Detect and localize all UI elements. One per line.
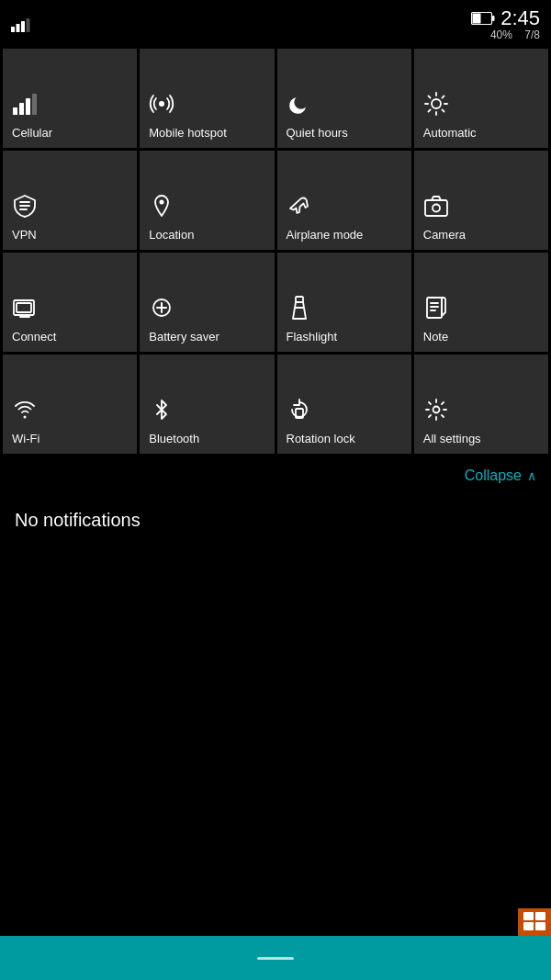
wifi-icon xyxy=(12,397,128,426)
collapse-button[interactable]: Collapse ∧ xyxy=(465,467,536,484)
tiles-grid: Cellular Mobile hotspot Quiet hours Auto… xyxy=(0,46,551,456)
tile-note[interactable]: Note xyxy=(414,253,548,352)
svg-rect-0 xyxy=(11,27,15,32)
status-time: 2:45 xyxy=(500,8,540,28)
hotspot-icon xyxy=(149,91,264,120)
svg-point-26 xyxy=(433,205,440,212)
rotation-icon xyxy=(287,397,402,426)
tile-mobile-hotspot[interactable]: Mobile hotspot xyxy=(140,49,274,148)
svg-rect-41 xyxy=(523,912,534,920)
tile-cellular[interactable]: Cellular xyxy=(3,49,137,148)
tile-flashlight[interactable]: Flashlight xyxy=(277,253,411,352)
tile-rotation-lock[interactable]: Rotation lock xyxy=(277,355,411,454)
tile-battery-saver[interactable]: Battery saver xyxy=(140,253,274,352)
tile-camera[interactable]: Camera xyxy=(414,151,548,250)
tile-label-rotation-lock: Rotation lock xyxy=(287,432,402,446)
svg-line-17 xyxy=(428,96,430,98)
watermark xyxy=(518,908,551,936)
svg-point-40 xyxy=(433,407,439,413)
svg-line-20 xyxy=(442,96,444,98)
status-bar: 2:45 40% 7/8 xyxy=(0,0,551,46)
vpn-icon xyxy=(12,193,128,222)
signal-icon xyxy=(11,17,31,32)
flashlight-icon xyxy=(287,295,402,324)
battery-icon xyxy=(471,12,495,25)
airplane-icon xyxy=(287,193,402,222)
tile-label-camera: Camera xyxy=(423,228,539,242)
tile-label-flashlight: Flashlight xyxy=(287,330,402,344)
collapse-label: Collapse xyxy=(465,467,522,484)
tile-label-airplane-mode: Airplane mode xyxy=(287,228,402,242)
svg-rect-25 xyxy=(425,200,447,216)
no-notifications-label: No notifications xyxy=(15,510,141,530)
svg-rect-43 xyxy=(523,922,534,930)
cellular-icon xyxy=(12,91,128,120)
tile-label-vpn: VPN xyxy=(12,228,128,242)
tile-location[interactable]: Location xyxy=(140,151,274,250)
svg-rect-2 xyxy=(21,21,25,32)
notifications-area: No notifications xyxy=(0,495,551,546)
svg-rect-7 xyxy=(13,107,17,115)
svg-rect-3 xyxy=(27,18,30,32)
svg-rect-10 xyxy=(32,94,37,115)
tile-label-automatic: Automatic xyxy=(423,126,539,141)
collapse-row: Collapse ∧ xyxy=(0,456,551,495)
tile-quiet-hours[interactable]: Quiet hours xyxy=(277,49,411,148)
tile-automatic[interactable]: Automatic xyxy=(414,49,548,148)
connect-icon xyxy=(12,295,128,324)
svg-rect-44 xyxy=(535,922,545,930)
tile-airplane-mode[interactable]: Airplane mode xyxy=(277,151,411,250)
chevron-up-icon: ∧ xyxy=(527,468,536,483)
status-left xyxy=(11,17,31,32)
svg-point-12 xyxy=(432,99,441,108)
svg-rect-32 xyxy=(296,297,303,302)
tile-vpn[interactable]: VPN xyxy=(3,151,137,250)
note-icon xyxy=(423,295,539,324)
svg-rect-8 xyxy=(19,103,24,115)
status-right: 2:45 40% 7/8 xyxy=(471,8,540,41)
tile-label-bluetooth: Bluetooth xyxy=(149,432,264,446)
svg-rect-42 xyxy=(535,912,545,920)
svg-rect-6 xyxy=(473,14,481,24)
tile-bluetooth[interactable]: Bluetooth xyxy=(140,355,274,454)
svg-rect-1 xyxy=(17,24,20,32)
tile-all-settings[interactable]: All settings xyxy=(414,355,548,454)
status-info: 40% 7/8 xyxy=(490,28,540,41)
brightness-icon xyxy=(423,91,539,120)
tile-label-mobile-hotspot: Mobile hotspot xyxy=(149,126,264,141)
svg-point-24 xyxy=(160,200,164,205)
tile-connect[interactable]: Connect xyxy=(3,253,137,352)
tile-label-note: Note xyxy=(423,330,539,344)
svg-rect-5 xyxy=(492,16,495,21)
tile-label-all-settings: All settings xyxy=(423,432,539,446)
tile-label-wifi: Wi-Fi xyxy=(12,432,128,446)
svg-rect-28 xyxy=(17,303,31,312)
moon-icon xyxy=(287,91,402,120)
bottom-bar xyxy=(0,936,551,980)
tile-label-cellular: Cellular xyxy=(12,126,128,141)
location-icon xyxy=(149,193,264,222)
tile-label-connect: Connect xyxy=(12,330,128,344)
home-indicator xyxy=(257,957,294,960)
svg-point-38 xyxy=(24,416,27,419)
tile-label-quiet-hours: Quiet hours xyxy=(287,126,402,141)
svg-point-11 xyxy=(159,101,164,107)
tile-label-location: Location xyxy=(149,228,264,242)
svg-rect-34 xyxy=(427,298,442,318)
tile-wifi[interactable]: Wi-Fi xyxy=(3,355,137,454)
svg-rect-9 xyxy=(26,98,30,115)
tile-label-battery-saver: Battery saver xyxy=(149,330,264,344)
svg-line-18 xyxy=(442,110,444,112)
svg-line-19 xyxy=(428,110,430,112)
camera-icon xyxy=(423,193,539,222)
battery-saver-icon xyxy=(149,295,264,324)
bluetooth-icon xyxy=(149,397,264,426)
settings-icon xyxy=(423,397,539,426)
